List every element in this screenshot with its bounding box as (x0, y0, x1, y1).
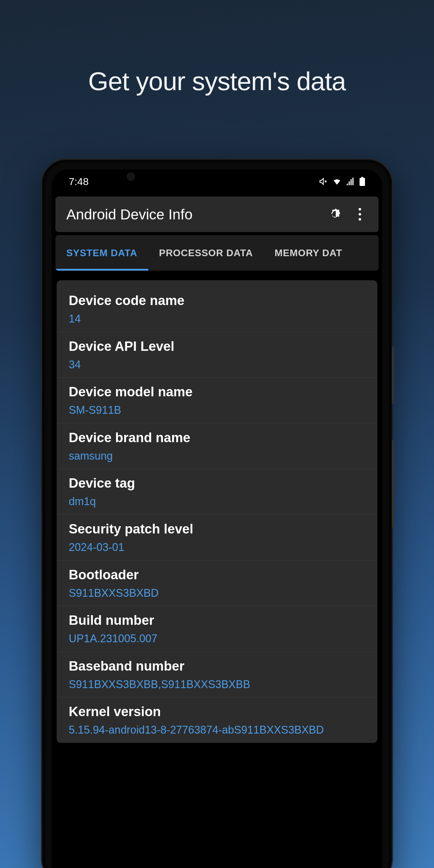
value-device-code-name: 14 (69, 312, 365, 327)
theme-toggle-button[interactable] (328, 207, 344, 222)
label-device-brand-name: Device brand name (69, 430, 365, 445)
status-time: 7:48 (69, 176, 89, 187)
row-device-brand-name: Device brand name samsung (57, 424, 377, 469)
phone-screen: 7:48 Android Device Info (52, 169, 382, 868)
svg-point-3 (359, 213, 361, 216)
brightness-icon (329, 207, 343, 221)
label-kernel-version: Kernel version (69, 704, 365, 719)
label-device-tag: Device tag (69, 475, 365, 491)
volume-button (392, 440, 394, 527)
value-device-tag: dm1q (69, 494, 365, 509)
row-device-tag: Device tag dm1q (57, 469, 377, 515)
label-device-code-name: Device code name (69, 293, 365, 308)
svg-point-4 (359, 218, 361, 221)
system-data-card: Device code name 14 Device API Level 34 … (57, 280, 377, 743)
signal-icon (346, 177, 355, 186)
value-kernel-version: 5.15.94-android13-8-27763874-abS911BXXS3… (69, 723, 365, 738)
app-title: Android Device Info (66, 206, 319, 223)
phone-frame: 7:48 Android Device Info (42, 160, 392, 868)
label-build-number: Build number (69, 613, 365, 628)
more-vert-icon (358, 208, 361, 221)
tab-system-data[interactable]: SYSTEM DATA (56, 235, 148, 271)
tab-memory-data[interactable]: MEMORY DAT (264, 235, 353, 271)
row-security-patch-level: Security patch level 2024-03-01 (57, 515, 377, 561)
label-device-api-level: Device API Level (69, 339, 365, 354)
value-bootloader: S911BXXS3BXBD (69, 586, 365, 601)
row-bootloader: Bootloader S911BXXS3BXBD (57, 561, 377, 607)
status-indicators (319, 177, 365, 186)
svg-point-2 (359, 208, 361, 210)
row-device-model-name: Device model name SM-S911B (57, 378, 377, 424)
row-device-api-level: Device API Level 34 (57, 332, 377, 378)
app-bar: Android Device Info (56, 196, 378, 232)
tab-processor-data[interactable]: PROCESSOR DATA (148, 235, 264, 271)
status-bar: 7:48 (52, 169, 382, 193)
wifi-icon (332, 177, 342, 186)
label-baseband-number: Baseband number (69, 658, 365, 674)
value-device-api-level: 34 (69, 358, 365, 372)
value-baseband-number: S911BXXS3BXBB,S911BXXS3BXBB (69, 677, 365, 692)
row-build-number: Build number UP1A.231005.007 (57, 606, 377, 652)
value-device-model-name: SM-S911B (69, 403, 365, 418)
value-security-patch-level: 2024-03-01 (69, 540, 365, 555)
mute-icon (319, 177, 328, 186)
svg-rect-1 (361, 177, 363, 178)
more-menu-button[interactable] (352, 207, 368, 222)
value-build-number: UP1A.231005.007 (69, 631, 365, 646)
label-security-patch-level: Security patch level (69, 521, 365, 536)
label-bootloader: Bootloader (69, 567, 365, 582)
promo-headline: Get your system's data (0, 66, 434, 96)
battery-icon (359, 177, 365, 186)
row-kernel-version: Kernel version 5.15.94-android13-8-27763… (57, 698, 377, 743)
value-device-brand-name: samsung (69, 449, 365, 464)
row-baseband-number: Baseband number S911BXXS3BXBB,S911BXXS3B… (57, 652, 377, 698)
tab-bar: SYSTEM DATA PROCESSOR DATA MEMORY DAT (56, 235, 378, 271)
row-device-code-name: Device code name 14 (57, 286, 377, 332)
svg-rect-0 (360, 178, 365, 186)
label-device-model-name: Device model name (69, 384, 365, 399)
power-button (392, 347, 394, 404)
